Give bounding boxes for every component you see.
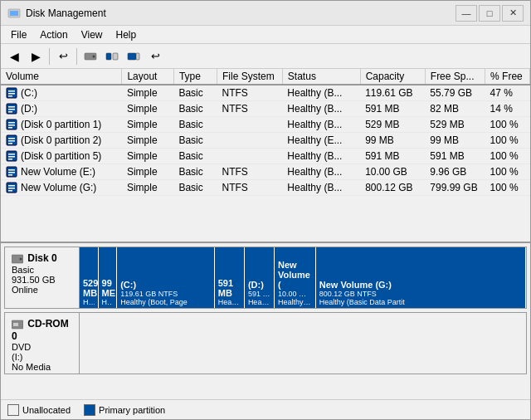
partition-segment[interactable]: New Volume (G:)800.12 GB NTFSHealthy (Ba… — [316, 247, 526, 308]
toolbar-extend[interactable] — [124, 46, 144, 66]
close-button[interactable]: ✕ — [502, 5, 524, 22]
cell-fs — [217, 149, 283, 164]
partition-sub: Healthy (Boot, Page — [120, 298, 211, 306]
table-row[interactable]: (Disk 0 partition 2) Simple Basic Health… — [1, 133, 530, 149]
partition-segment[interactable]: New Volume (10.00 GB NHealthy (Basic D — [275, 247, 316, 308]
legend-primary: Primary partition — [84, 404, 165, 416]
col-capacity[interactable]: Capacity — [360, 69, 425, 85]
toolbar-undo[interactable]: ↩ — [145, 46, 165, 66]
table-row[interactable]: New Volume (G:) Simple Basic NTFS Health… — [1, 180, 530, 196]
window-controls: — □ ✕ — [455, 5, 524, 22]
cell-status: Healthy (B... — [282, 149, 360, 164]
cell-free: 82 MB — [425, 101, 485, 117]
cdrom0-type: DVD — [12, 342, 72, 352]
toolbar: ◀ ▶ ↩ ↩ — [1, 44, 530, 69]
primary-label: Primary partition — [99, 405, 165, 415]
partition-label: 529 MB — [83, 278, 95, 298]
partition-sub: Healthy (Basic D — [278, 298, 312, 306]
cell-layout: Simple — [122, 164, 174, 180]
volume-icon — [6, 119, 17, 130]
cell-free: 55.79 GB — [425, 85, 485, 101]
col-free[interactable]: Free Sp... — [425, 69, 485, 85]
cdrom0-info: CD-ROM 0 DVD (I:) No Media — [5, 313, 80, 374]
cell-pct: 100 % — [485, 133, 530, 149]
partition-label: New Volume ( — [278, 260, 312, 290]
table-row[interactable]: (Disk 0 partition 1) Simple Basic Health… — [1, 117, 530, 133]
partition-icon — [105, 50, 119, 63]
partition-segment[interactable]: (C:)119.61 GB NTFSHealthy (Boot, Page — [117, 247, 215, 308]
minimize-button[interactable]: — — [455, 5, 477, 22]
toolbar-forward[interactable]: ▶ — [26, 46, 46, 66]
svg-rect-34 — [8, 188, 15, 189]
col-volume[interactable]: Volume — [1, 69, 122, 85]
disk0-size: 931.50 GB — [12, 275, 72, 285]
cell-volume: (C:) — [1, 85, 122, 101]
cell-volume: (Disk 0 partition 2) — [1, 133, 122, 149]
cell-layout: Simple — [122, 117, 174, 133]
partition-sub: 10.00 GB N — [278, 290, 312, 298]
svg-rect-5 — [113, 53, 118, 60]
svg-rect-39 — [13, 323, 18, 326]
svg-rect-27 — [8, 159, 12, 160]
cell-free: 99 MB — [425, 133, 485, 149]
svg-rect-33 — [8, 185, 15, 187]
cell-status: Healthy (B... — [282, 164, 360, 180]
table-row[interactable]: (Disk 0 partition 5) Simple Basic Health… — [1, 149, 530, 164]
cell-fs: NTFS — [217, 101, 283, 117]
svg-rect-21 — [8, 138, 15, 139]
col-layout[interactable]: Layout — [122, 69, 174, 85]
cell-capacity: 99 MB — [360, 133, 425, 149]
volume-icon — [6, 150, 17, 162]
toolbar-refresh[interactable]: ↩ — [53, 46, 73, 66]
cell-volume: (Disk 0 partition 5) — [1, 149, 122, 164]
table-row[interactable]: (D:) Simple Basic NTFS Healthy (B... 591… — [1, 101, 530, 117]
menu-view[interactable]: View — [75, 27, 110, 42]
cell-layout: Simple — [122, 85, 174, 101]
svg-point-3 — [93, 55, 95, 57]
table-row[interactable]: (C:) Simple Basic NTFS Healthy (B... 119… — [1, 85, 530, 101]
menu-action[interactable]: Action — [33, 27, 74, 42]
svg-rect-18 — [8, 125, 15, 126]
cell-capacity: 10.00 GB — [360, 164, 425, 180]
toolbar-partition[interactable] — [102, 46, 122, 66]
hdd-icon — [84, 50, 97, 63]
menu-file[interactable]: File — [4, 27, 33, 42]
volume-icon — [6, 134, 17, 146]
cell-status: Healthy (B... — [282, 117, 360, 133]
cell-pct: 100 % — [485, 164, 530, 180]
partition-segment[interactable]: 591 MBHealthy (F — [215, 247, 245, 308]
svg-rect-13 — [8, 106, 15, 108]
partition-segment[interactable]: (D:)591 MB NHealthy (F — [245, 247, 275, 308]
cell-volume: New Volume (E:) — [1, 164, 122, 180]
toolbar-back[interactable]: ◀ — [4, 46, 24, 66]
col-type[interactable]: Type — [173, 69, 217, 85]
col-status[interactable]: Status — [282, 69, 360, 85]
cell-status: Healthy (E... — [282, 133, 360, 149]
menu-help[interactable]: Help — [110, 27, 144, 42]
cell-fs: NTFS — [217, 164, 283, 180]
partition-sub: 591 MB N — [248, 290, 270, 298]
cell-free: 529 MB — [425, 117, 485, 133]
col-fs[interactable]: File System — [217, 69, 283, 85]
partition-sub: 800.12 GB NTFS — [319, 290, 522, 298]
col-pct[interactable]: % Free — [485, 69, 530, 85]
svg-rect-7 — [136, 53, 139, 60]
toolbar-disk-props[interactable] — [80, 46, 100, 66]
cell-free: 799.99 GB — [425, 180, 485, 196]
volume-icon — [6, 182, 17, 193]
cell-fs — [217, 133, 283, 149]
table-row[interactable]: New Volume (E:) Simple Basic NTFS Health… — [1, 164, 530, 180]
cell-pct: 100 % — [485, 149, 530, 164]
partition-segment[interactable]: 99 MEHealt — [99, 247, 118, 308]
cell-volume: New Volume (G:) — [1, 180, 122, 196]
status-bar: Unallocated Primary partition — [1, 399, 530, 419]
svg-rect-15 — [8, 111, 12, 113]
partition-segment[interactable]: 529 MBHealthy (I — [80, 247, 99, 308]
maximize-button[interactable]: □ — [479, 5, 500, 22]
menu-bar: File Action View Help — [1, 26, 530, 44]
cell-status: Healthy (B... — [282, 85, 360, 101]
partition-label: 591 MB — [218, 278, 241, 298]
cdrom0-content — [80, 313, 526, 374]
cell-layout: Simple — [122, 101, 174, 117]
cell-pct: 100 % — [485, 180, 530, 196]
